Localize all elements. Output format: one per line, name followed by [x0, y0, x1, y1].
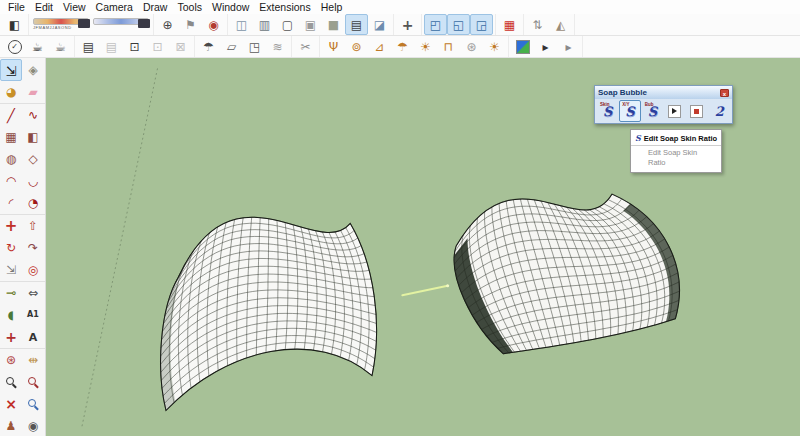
menu-tools[interactable]: Tools [172, 1, 207, 13]
shadow-time-slider[interactable] [93, 18, 149, 32]
arc-tool[interactable]: ◠ [0, 170, 22, 192]
cone-tool-icon[interactable]: ⊿ [368, 36, 391, 57]
line-tool[interactable]: ╱ [0, 104, 22, 126]
photo-textures-icon[interactable]: ◉ [202, 14, 225, 35]
position-camera-tool[interactable]: ♟ [0, 415, 22, 436]
frame-buffer-icon[interactable]: ⊡ [123, 36, 146, 57]
start-button[interactable] [664, 100, 685, 122]
cursor-alt-icon[interactable]: ▸ [557, 36, 580, 57]
interactive-render-icon[interactable]: ☕ [49, 36, 72, 57]
rectangle-tool[interactable]: ▦ [0, 126, 22, 148]
generate-skin-button[interactable]: SSkin [597, 100, 618, 122]
menu-window[interactable]: Window [207, 1, 254, 13]
rotate-tool[interactable]: ↻ [0, 237, 22, 259]
edit-skin-ratio-button[interactable]: SX/Y [619, 100, 640, 122]
freehand-tool[interactable]: ∿ [22, 104, 44, 126]
lock-disabled-icon[interactable]: ⊠ [169, 36, 192, 57]
soap-swirl-icon: S [635, 133, 641, 143]
soap-bubble-titlebar[interactable]: Soap Bubble x [595, 86, 732, 99]
menu-camera[interactable]: Camera [91, 1, 138, 13]
circle-tool[interactable]: ◍ [0, 148, 22, 170]
zoom-extents-tool[interactable]: × [0, 393, 22, 415]
red-grid-icon[interactable]: ▦ [498, 14, 521, 35]
pie-tool[interactable]: ◔ [22, 192, 44, 214]
stop-button[interactable] [686, 100, 707, 122]
sun-tool-icon[interactable]: ☀ [414, 36, 437, 57]
cursor-icon[interactable]: ▸ [534, 36, 557, 57]
two-point-arc-tool[interactable]: ◡ [22, 170, 44, 192]
section-cuts-icon[interactable]: ◱ [447, 14, 470, 35]
offset-tool[interactable]: ◎ [22, 259, 44, 281]
generate-bubble-button[interactable]: SBub [642, 100, 663, 122]
batch-render-icon[interactable]: ▤ [77, 36, 100, 57]
model-viewport[interactable]: Soap Bubble x SSkinSX/YSBub2 S Edit Soap… [46, 58, 800, 436]
tape-measure-tool[interactable]: ⊸ [0, 282, 22, 304]
pan-tool[interactable]: ⇹ [22, 349, 44, 371]
protractor-tool[interactable]: ◖ [0, 304, 22, 326]
infinite-plane-icon[interactable]: ≋ [266, 36, 289, 57]
menu-draw[interactable]: Draw [138, 1, 173, 13]
sun-section-tool-icon[interactable]: ☀ [483, 36, 506, 57]
look-around-tool[interactable]: ◉ [22, 415, 44, 436]
follow-me-tool[interactable]: ↷ [22, 237, 44, 259]
3d-text-tool[interactable]: A [22, 326, 44, 348]
close-icon[interactable]: x [720, 89, 729, 97]
soap-skin-surface-right[interactable] [454, 194, 679, 354]
axes-tool[interactable]: + [0, 326, 22, 348]
batch-render-disabled-icon[interactable]: ▤ [100, 36, 123, 57]
goblet-tool-icon[interactable]: Ψ [322, 36, 345, 57]
light-lamp-icon[interactable]: ☂ [197, 36, 220, 57]
paint-bucket-tool[interactable]: ◕ [0, 81, 22, 103]
rotated-rectangle-tool[interactable]: ◧ [22, 126, 44, 148]
frame-buffer-disabled-icon[interactable]: ⊡ [146, 36, 169, 57]
section-fill-icon[interactable]: ◲ [470, 14, 493, 35]
monochrome-style-icon[interactable]: ◪ [368, 14, 391, 35]
push-pull-tool[interactable]: ⇧ [22, 215, 44, 237]
toolbar-extensions: ✓☕☕▤▤⊡⊡⊠☂▱◳≋✂Ψ⊚⊿☂☀⊓⊛☀▸▸ [0, 36, 800, 58]
text-tool[interactable]: A1 [22, 304, 44, 326]
hidden-line-style-icon[interactable]: ▣ [299, 14, 322, 35]
soap-skin-surface-left[interactable] [161, 217, 377, 410]
select-tool[interactable]: ⇱ [0, 59, 22, 81]
orbit-tool[interactable]: ⊛ [0, 349, 22, 371]
shadow-date-slider[interactable]: JFMAMJJASOND [33, 18, 89, 32]
knife-icon[interactable]: ✂ [294, 36, 317, 57]
flip-arrows-icon[interactable]: ⇅ [526, 14, 549, 35]
make-component-tool[interactable]: ◈ [22, 59, 44, 81]
back-edges-style-icon[interactable]: ▥ [253, 14, 276, 35]
three-point-arc-tool[interactable]: ◜ [0, 192, 22, 214]
color-swatch-icon[interactable] [511, 36, 534, 57]
solid-triangle-icon[interactable]: ◭ [549, 14, 572, 35]
help-button[interactable]: 2 [709, 100, 730, 122]
xray-style-icon[interactable]: ◫ [230, 14, 253, 35]
shadow-settings-icon[interactable]: ◧ [3, 14, 26, 35]
menu-help[interactable]: Help [316, 1, 348, 13]
wheel-tool-icon[interactable]: ⊛ [460, 36, 483, 57]
menu-view[interactable]: View [58, 1, 91, 13]
previous-view-tool[interactable] [22, 393, 44, 415]
wireframe-style-icon[interactable]: ▢ [276, 14, 299, 35]
zoom-tool[interactable] [0, 371, 22, 393]
dimension-tool[interactable]: ⇔ [22, 282, 44, 304]
move-tool[interactable]: + [0, 215, 22, 237]
dome-tool-icon[interactable]: ⊓ [437, 36, 460, 57]
render-teapot-icon[interactable]: ☕ [26, 36, 49, 57]
geo-location-icon[interactable]: ⊕ [156, 14, 179, 35]
zoom-window-tool[interactable] [22, 371, 44, 393]
axes-icon[interactable]: + [396, 14, 419, 35]
menu-file[interactable]: File [3, 1, 30, 13]
sphere-tool-icon[interactable]: ⊚ [345, 36, 368, 57]
render-options-icon[interactable]: ✓ [3, 36, 26, 57]
polygon-tool[interactable]: ◇ [22, 148, 44, 170]
shaded-style-icon[interactable]: ■ [322, 14, 345, 35]
edit-cube-icon[interactable]: ◳ [243, 36, 266, 57]
shaded-textures-style-icon[interactable]: ▤ [345, 14, 368, 35]
umbrella-tool-icon[interactable]: ☂ [391, 36, 414, 57]
menu-extensions[interactable]: Extensions [254, 1, 315, 13]
menu-edit[interactable]: Edit [30, 1, 58, 13]
eraser-tool[interactable]: ▰ [22, 81, 44, 103]
scale-tool[interactable]: ⇲ [0, 259, 22, 281]
add-location-icon[interactable]: ⚑ [179, 14, 202, 35]
section-plane-icon[interactable]: ◰ [424, 14, 447, 35]
proxy-cube-icon[interactable]: ▱ [220, 36, 243, 57]
